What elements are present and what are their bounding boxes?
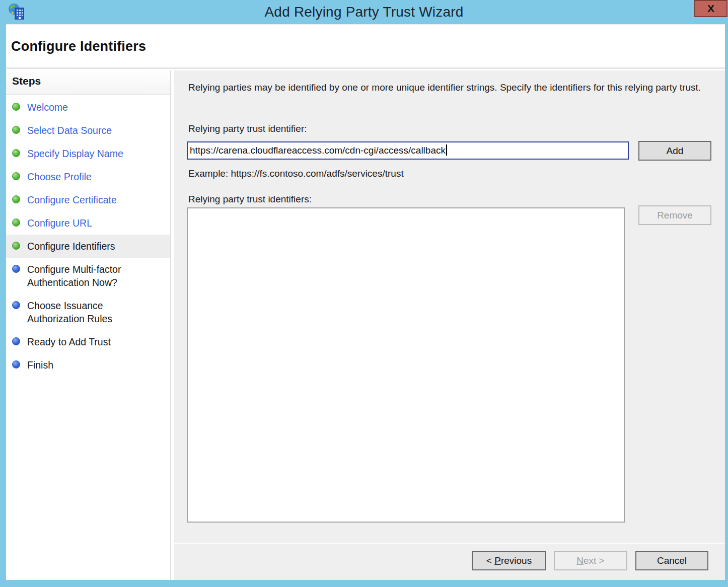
steps-heading: Steps [6,70,170,95]
step-label: Welcome [27,101,68,114]
close-button[interactable]: X [694,0,727,17]
previous-button[interactable]: < Previous [472,551,546,570]
step-status-bullet-icon [12,126,20,134]
intro-text: Relying parties may be identified by one… [188,81,704,94]
sidebar-step-finish[interactable]: Finish [6,353,170,377]
text-caret [446,144,447,156]
add-button[interactable]: Add [638,141,711,161]
identifiers-listbox[interactable] [187,207,625,523]
step-label: Configure Identifiers [27,240,115,253]
step-label: Configure URL [27,216,92,230]
step-label: Configure Multi-factor Authentication No… [27,263,144,289]
identifier-field-label: Relying party trust identifier: [188,123,307,134]
cancel-button[interactable]: Cancel [635,551,708,570]
sidebar-step-choose-profile[interactable]: Choose Profile [6,165,170,188]
next-button[interactable]: Next > [554,551,627,570]
page-title: Configure Identifiers [11,39,146,54]
sidebar-step-select-data-source[interactable]: Select Data Source [6,119,170,142]
sidebar-step-configure-multi-factor-authentication-now[interactable]: Configure Multi-factor Authentication No… [6,258,170,294]
step-label: Ready to Add Trust [27,335,111,348]
step-status-bullet-icon [12,103,20,111]
step-label: Choose Profile [27,170,92,183]
step-status-bullet-icon [12,265,20,273]
sidebar-step-welcome[interactable]: Welcome [6,96,170,119]
sidebar-step-specify-display-name[interactable]: Specify Display Name [6,142,170,165]
step-status-bullet-icon [12,337,20,345]
sidebar-step-configure-certificate[interactable]: Configure Certificate [6,188,170,211]
wizard-content-pane: Relying parties may be identified by one… [174,70,725,580]
identifiers-list-label: Relying party trust identifiers: [188,194,312,205]
step-label: Specify Display Name [27,147,123,160]
identifier-input[interactable]: https://carena.cloudflareaccess.com/cdn-… [187,141,629,160]
window-title: Add Relying Party Trust Wizard [0,4,728,20]
step-status-bullet-icon [12,301,20,309]
step-status-bullet-icon [12,195,20,203]
window-titlebar: Add Relying Party Trust Wizard X [0,0,728,24]
step-status-bullet-icon [12,218,20,227]
steps-list: Welcome Select Data Source Specify Displ… [6,95,170,377]
sidebar-step-configure-identifiers[interactable]: Configure Identifiers [6,235,170,258]
wizard-dialog: Configure Identifiers Steps Welcome Sele… [6,24,725,580]
wizard-footer: < Previous Next > Cancel [174,543,725,580]
step-label: Finish [27,358,53,372]
step-status-bullet-icon [12,360,20,369]
step-label: Select Data Source [27,124,112,137]
example-text: Example: https://fs.contoso.com/adfs/ser… [188,168,404,179]
sidebar-step-choose-issuance-authorization-rules[interactable]: Choose Issuance Authorization Rules [6,294,170,330]
sidebar-step-configure-url[interactable]: Configure URL [6,211,170,235]
step-status-bullet-icon [12,172,20,180]
page-header: Configure Identifiers [6,24,725,69]
step-status-bullet-icon [12,242,20,250]
sidebar-step-ready-to-add-trust[interactable]: Ready to Add Trust [6,330,170,353]
step-status-bullet-icon [12,149,20,157]
step-label: Choose Issuance Authorization Rules [27,299,144,325]
steps-sidebar: Steps Welcome Select Data Source Specify… [6,70,171,580]
identifier-input-value: https://carena.cloudflareaccess.com/cdn-… [190,145,446,156]
remove-button[interactable]: Remove [638,205,711,225]
step-label: Configure Certificate [27,193,117,206]
